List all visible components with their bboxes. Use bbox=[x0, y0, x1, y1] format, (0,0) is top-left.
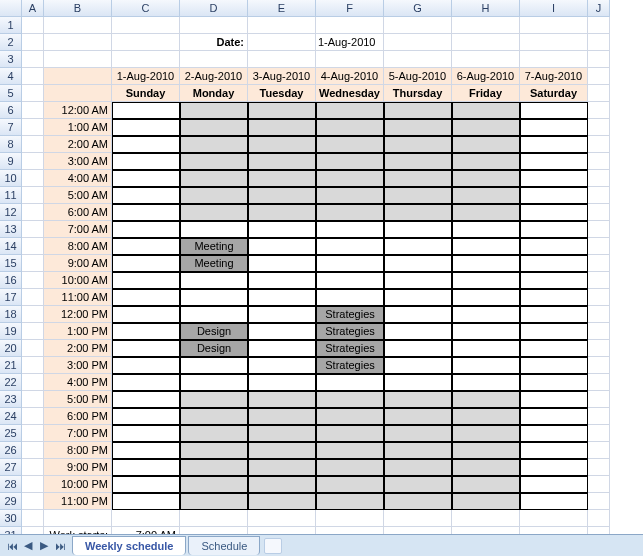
cell-J17[interactable] bbox=[588, 289, 610, 306]
cell-A13[interactable] bbox=[22, 221, 44, 238]
cell-A18[interactable] bbox=[22, 306, 44, 323]
sched-cell-d0-t21[interactable] bbox=[112, 459, 180, 476]
sched-cell-d5-t21[interactable] bbox=[452, 459, 520, 476]
cell-A15[interactable] bbox=[22, 255, 44, 272]
sched-cell-d4-t18[interactable] bbox=[384, 408, 452, 425]
col-day-1[interactable]: Monday bbox=[180, 85, 248, 102]
cell-A24[interactable] bbox=[22, 408, 44, 425]
sched-cell-d1-t9[interactable]: Meeting bbox=[180, 255, 248, 272]
sched-cell-d5-t13[interactable] bbox=[452, 323, 520, 340]
sched-cell-d3-t10[interactable] bbox=[316, 272, 384, 289]
cell-G1[interactable] bbox=[384, 17, 452, 34]
col-day-3[interactable]: Wednesday bbox=[316, 85, 384, 102]
row-header-15[interactable]: 15 bbox=[0, 255, 22, 272]
cell-J2[interactable] bbox=[588, 34, 610, 51]
sched-cell-d6-t4[interactable] bbox=[520, 170, 588, 187]
time-label-23[interactable]: 11:00 PM bbox=[44, 493, 112, 510]
cell-I1[interactable] bbox=[520, 17, 588, 34]
cell-F1[interactable] bbox=[316, 17, 384, 34]
cell-J26[interactable] bbox=[588, 442, 610, 459]
cell-J3[interactable] bbox=[588, 51, 610, 68]
time-label-13[interactable]: 1:00 PM bbox=[44, 323, 112, 340]
sched-cell-d6-t2[interactable] bbox=[520, 136, 588, 153]
sched-cell-d2-t7[interactable] bbox=[248, 221, 316, 238]
sched-cell-d6-t0[interactable] bbox=[520, 102, 588, 119]
sched-cell-d6-t6[interactable] bbox=[520, 204, 588, 221]
sched-cell-d1-t13[interactable]: Design bbox=[180, 323, 248, 340]
row-header-3[interactable]: 3 bbox=[0, 51, 22, 68]
tab-last-icon[interactable]: ⏭ bbox=[53, 539, 67, 553]
sched-cell-d4-t8[interactable] bbox=[384, 238, 452, 255]
row-header-20[interactable]: 20 bbox=[0, 340, 22, 357]
row-header-12[interactable]: 12 bbox=[0, 204, 22, 221]
sched-cell-d4-t13[interactable] bbox=[384, 323, 452, 340]
sched-cell-d0-t16[interactable] bbox=[112, 374, 180, 391]
sched-cell-d2-t4[interactable] bbox=[248, 170, 316, 187]
sched-cell-d4-t5[interactable] bbox=[384, 187, 452, 204]
sched-cell-d2-t6[interactable] bbox=[248, 204, 316, 221]
sched-cell-d2-t23[interactable] bbox=[248, 493, 316, 510]
row-header-22[interactable]: 22 bbox=[0, 374, 22, 391]
col-header-H[interactable]: H bbox=[452, 0, 520, 17]
sched-cell-d1-t0[interactable] bbox=[180, 102, 248, 119]
sched-cell-d3-t9[interactable] bbox=[316, 255, 384, 272]
sched-cell-d5-t10[interactable] bbox=[452, 272, 520, 289]
col-header-J[interactable]: J bbox=[588, 0, 610, 17]
cell-A19[interactable] bbox=[22, 323, 44, 340]
col-day-4[interactable]: Thursday bbox=[384, 85, 452, 102]
cell-H30[interactable] bbox=[452, 510, 520, 527]
sched-cell-d5-t3[interactable] bbox=[452, 153, 520, 170]
tab-weekly-schedule[interactable]: Weekly schedule bbox=[72, 536, 186, 555]
cell-J7[interactable] bbox=[588, 119, 610, 136]
time-label-3[interactable]: 3:00 AM bbox=[44, 153, 112, 170]
spreadsheet-grid[interactable]: ABCDEFGHIJ12Date:1-Aug-2010341-Aug-20102… bbox=[0, 0, 643, 556]
sched-cell-d5-t12[interactable] bbox=[452, 306, 520, 323]
sched-cell-d0-t18[interactable] bbox=[112, 408, 180, 425]
row-header-7[interactable]: 7 bbox=[0, 119, 22, 136]
sched-cell-d1-t3[interactable] bbox=[180, 153, 248, 170]
time-label-20[interactable]: 8:00 PM bbox=[44, 442, 112, 459]
sched-cell-d0-t19[interactable] bbox=[112, 425, 180, 442]
sched-cell-d6-t20[interactable] bbox=[520, 442, 588, 459]
sched-cell-d1-t8[interactable]: Meeting bbox=[180, 238, 248, 255]
sched-cell-d6-t23[interactable] bbox=[520, 493, 588, 510]
time-label-17[interactable]: 5:00 PM bbox=[44, 391, 112, 408]
tab-schedule[interactable]: Schedule bbox=[188, 536, 260, 555]
sched-cell-d1-t6[interactable] bbox=[180, 204, 248, 221]
sched-cell-d0-t13[interactable] bbox=[112, 323, 180, 340]
sched-cell-d6-t15[interactable] bbox=[520, 357, 588, 374]
sched-cell-d1-t18[interactable] bbox=[180, 408, 248, 425]
cell-J21[interactable] bbox=[588, 357, 610, 374]
cell-J16[interactable] bbox=[588, 272, 610, 289]
cell-A1[interactable] bbox=[22, 17, 44, 34]
sched-cell-d5-t0[interactable] bbox=[452, 102, 520, 119]
col-header-D[interactable]: D bbox=[180, 0, 248, 17]
select-all-corner[interactable] bbox=[0, 0, 22, 17]
sched-cell-d4-t15[interactable] bbox=[384, 357, 452, 374]
sched-cell-d2-t13[interactable] bbox=[248, 323, 316, 340]
cell-A12[interactable] bbox=[22, 204, 44, 221]
sched-cell-d2-t14[interactable] bbox=[248, 340, 316, 357]
sched-cell-d2-t17[interactable] bbox=[248, 391, 316, 408]
sched-cell-d0-t17[interactable] bbox=[112, 391, 180, 408]
sched-cell-d2-t0[interactable] bbox=[248, 102, 316, 119]
row-header-28[interactable]: 28 bbox=[0, 476, 22, 493]
sched-cell-d0-t10[interactable] bbox=[112, 272, 180, 289]
sched-cell-d2-t12[interactable] bbox=[248, 306, 316, 323]
sched-cell-d6-t9[interactable] bbox=[520, 255, 588, 272]
sched-cell-d2-t10[interactable] bbox=[248, 272, 316, 289]
col-day-0[interactable]: Sunday bbox=[112, 85, 180, 102]
time-label-9[interactable]: 9:00 AM bbox=[44, 255, 112, 272]
sched-cell-d3-t6[interactable] bbox=[316, 204, 384, 221]
cell-A8[interactable] bbox=[22, 136, 44, 153]
sched-cell-d4-t23[interactable] bbox=[384, 493, 452, 510]
sched-cell-d2-t1[interactable] bbox=[248, 119, 316, 136]
cell-J19[interactable] bbox=[588, 323, 610, 340]
sched-cell-d1-t17[interactable] bbox=[180, 391, 248, 408]
sched-cell-d2-t21[interactable] bbox=[248, 459, 316, 476]
time-label-22[interactable]: 10:00 PM bbox=[44, 476, 112, 493]
sched-cell-d3-t23[interactable] bbox=[316, 493, 384, 510]
cell-H1[interactable] bbox=[452, 17, 520, 34]
col-header-E[interactable]: E bbox=[248, 0, 316, 17]
sched-cell-d6-t21[interactable] bbox=[520, 459, 588, 476]
